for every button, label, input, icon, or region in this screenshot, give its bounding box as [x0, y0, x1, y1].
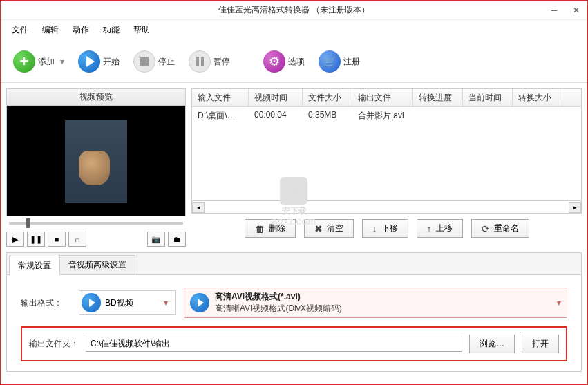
cell-size: 0.35MB	[303, 109, 352, 123]
table-row[interactable]: D:\桌面\说… 00:00:04 0.35MB 合并影片.avi	[192, 107, 581, 124]
pause-icon	[189, 50, 211, 73]
scroll-right-button[interactable]: ▸	[569, 202, 581, 213]
tab-advanced[interactable]: 音视频高级设置	[59, 255, 135, 274]
arrow-up-icon: ↑	[427, 223, 432, 234]
open-button[interactable]: 打开	[522, 335, 559, 353]
start-label: 开始	[103, 56, 120, 68]
chevron-down-icon: ▾	[557, 298, 561, 308]
menu-action[interactable]: 动作	[67, 21, 95, 39]
player-stop-button[interactable]: ■	[48, 232, 66, 247]
register-label: 注册	[343, 56, 360, 68]
options-button[interactable]: 选项	[259, 48, 309, 75]
browse-button[interactable]: 浏览…	[469, 335, 515, 353]
chevron-down-icon: ▾	[60, 57, 64, 66]
toolbar: 添加 ▾ 开始 停止 暂停 选项 注册	[1, 41, 587, 83]
cart-icon	[319, 50, 341, 73]
play-circle-icon	[190, 293, 209, 312]
rename-icon: ⟳	[482, 223, 490, 234]
move-down-button[interactable]: ↓ 下移	[362, 219, 408, 238]
add-button[interactable]: 添加 ▾	[9, 48, 68, 75]
format-detail: 高清AVI视频格式(*.avi) 高清晰AVI视频格式(DivX视频编码)	[215, 291, 557, 314]
menu-function[interactable]: 功能	[97, 21, 125, 39]
delete-button[interactable]: 🗑 删除	[245, 219, 296, 238]
seek-track	[9, 222, 183, 225]
clear-label: 清空	[327, 223, 343, 234]
delete-label: 删除	[269, 223, 285, 234]
menubar: 文件 编辑 动作 功能 帮助	[1, 20, 587, 41]
play-icon	[78, 50, 100, 73]
stop-label: 停止	[158, 56, 175, 68]
format-category-select[interactable]: BD视频 ▾	[79, 290, 176, 315]
col-output[interactable]: 输出文件	[352, 89, 413, 106]
down-label: 下移	[381, 223, 398, 234]
col-input[interactable]: 输入文件	[192, 89, 249, 106]
menu-help[interactable]: 帮助	[128, 21, 155, 39]
rename-label: 重命名	[494, 223, 519, 234]
output-format-row: 输出格式： BD视频 ▾ 高清AVI视频格式(*.avi) 高清晰AVI视频格式…	[21, 288, 567, 318]
move-up-button[interactable]: ↑ 上移	[417, 219, 463, 238]
player-pause-button[interactable]: ❚❚	[27, 232, 45, 247]
plus-icon	[13, 50, 35, 73]
cell-progress	[413, 109, 463, 123]
output-format-label: 输出格式：	[21, 297, 70, 309]
seek-thumb[interactable]	[26, 218, 30, 228]
window-controls: ─ ✕	[543, 1, 587, 20]
cell-input: D:\桌面\说…	[192, 109, 249, 123]
start-button[interactable]: 开始	[74, 48, 124, 75]
pause-button[interactable]: 暂停	[184, 48, 234, 75]
chevron-down-icon: ▾	[164, 298, 168, 308]
player-controls: ▶ ❚❚ ■ ∩ 📷 🖿	[6, 232, 186, 247]
format-detail-select[interactable]: 高清AVI视频格式(*.avi) 高清晰AVI视频格式(DivX视频编码) ▾	[184, 288, 567, 318]
cell-output: 合并影片.avi	[352, 109, 413, 123]
output-folder-row: 输出文件夹： 浏览… 打开	[21, 326, 567, 361]
video-preview	[6, 106, 186, 216]
minimize-button[interactable]: ─	[543, 1, 565, 20]
stop-icon	[133, 50, 155, 73]
horizontal-scrollbar[interactable]: ◂ ▸	[191, 201, 582, 214]
seek-bar[interactable]	[6, 216, 186, 230]
x-icon: ✖	[314, 223, 323, 234]
col-progress[interactable]: 转换进度	[413, 89, 463, 106]
snapshot-button[interactable]: 📷	[147, 232, 165, 247]
col-current[interactable]: 当前时间	[463, 89, 513, 106]
cell-current	[463, 109, 513, 123]
settings-panel: 常规设置 音视频高级设置 输出格式： BD视频 ▾ 高清AVI视频格式(*.av…	[6, 252, 582, 372]
player-loop-button[interactable]: ∩	[68, 232, 86, 247]
tab-general[interactable]: 常规设置	[9, 256, 60, 275]
titlebar: 佳佳蓝光高清格式转换器 （未注册版本） ─ ✕	[1, 1, 587, 20]
col-convsize[interactable]: 转换大小	[513, 89, 562, 106]
tab-content: 输出格式： BD视频 ▾ 高清AVI视频格式(*.avi) 高清晰AVI视频格式…	[7, 275, 581, 371]
clear-button[interactable]: ✖ 清空	[304, 219, 354, 238]
video-thumbnail	[65, 120, 127, 203]
stop-button[interactable]: 停止	[129, 48, 179, 75]
format-title: 高清AVI视频格式(*.avi)	[215, 291, 557, 303]
close-button[interactable]: ✕	[565, 1, 587, 20]
list-actions: 🗑 删除 ✖ 清空 ↓ 下移 ↑ 上移 ⟳ 重命名	[191, 214, 582, 243]
file-table: 输入文件 视频时间 文件大小 输出文件 转换进度 当前时间 转换大小 D:\桌面…	[191, 88, 582, 201]
add-label: 添加	[38, 56, 55, 68]
menu-file[interactable]: 文件	[6, 21, 34, 39]
player-play-button[interactable]: ▶	[6, 232, 24, 247]
cell-convsize	[513, 109, 562, 123]
arrow-down-icon: ↓	[372, 223, 377, 234]
up-label: 上移	[436, 223, 453, 234]
list-panel: 输入文件 视频时间 文件大小 输出文件 转换进度 当前时间 转换大小 D:\桌面…	[191, 88, 582, 247]
output-folder-label: 输出文件夹：	[29, 338, 79, 350]
preview-panel: 视频预览 ▶ ❚❚ ■ ∩ 📷 🖿	[6, 88, 186, 247]
col-size[interactable]: 文件大小	[303, 89, 352, 106]
output-folder-input[interactable]	[86, 337, 462, 352]
table-header: 输入文件 视频时间 文件大小 输出文件 转换进度 当前时间 转换大小	[192, 89, 581, 107]
tabs: 常规设置 音视频高级设置	[7, 253, 581, 275]
rename-button[interactable]: ⟳ 重命名	[471, 219, 529, 238]
pause-label: 暂停	[214, 56, 230, 68]
col-duration[interactable]: 视频时间	[249, 89, 303, 106]
folder-button[interactable]: 🖿	[168, 232, 186, 247]
format-subtitle: 高清晰AVI视频格式(DivX视频编码)	[215, 303, 557, 314]
preview-title: 视频预览	[6, 88, 186, 106]
trash-icon: 🗑	[255, 223, 265, 234]
options-label: 选项	[288, 56, 305, 68]
menu-edit[interactable]: 编辑	[37, 21, 64, 39]
scroll-left-button[interactable]: ◂	[192, 202, 205, 213]
cell-duration: 00:00:04	[249, 109, 303, 123]
register-button[interactable]: 注册	[314, 48, 364, 75]
